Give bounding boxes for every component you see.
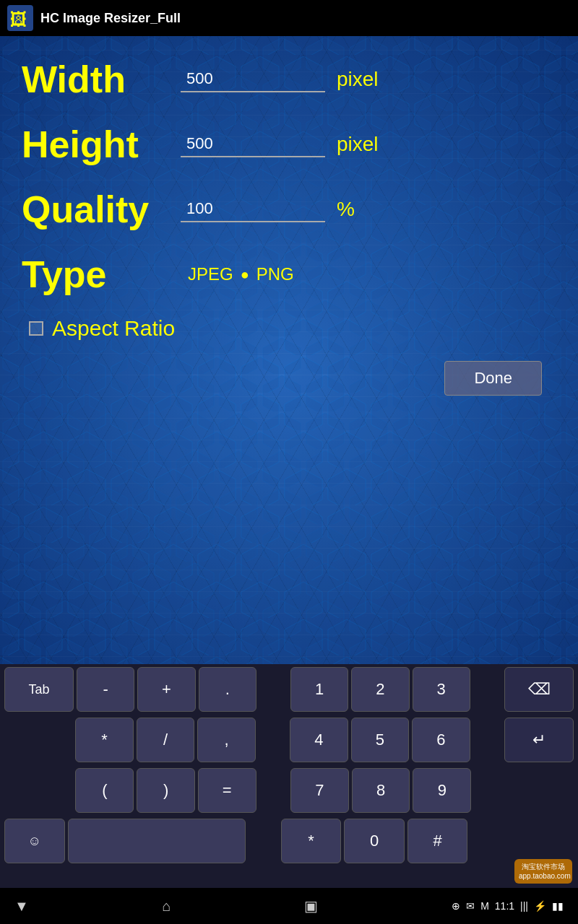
type-separator: ● (241, 266, 249, 283)
key-7[interactable]: 7 (290, 768, 349, 813)
width-label: Width (22, 58, 181, 101)
key-close-paren[interactable]: ) (137, 768, 195, 813)
spacer-4 (503, 819, 574, 863)
height-input[interactable] (181, 131, 325, 157)
key-enter[interactable]: ↵ (504, 718, 574, 762)
keyboard-area: Tab - + . 1 2 3 ⌫ * / , 4 5 6 ↵ ( ) = 7 … (0, 664, 578, 888)
keyboard-row-1: Tab - + . 1 2 3 ⌫ (0, 664, 578, 715)
width-input[interactable] (181, 66, 325, 92)
mail-status-icon: ✉ (466, 900, 475, 912)
height-row: Height pixel (22, 116, 556, 173)
key-backspace[interactable]: ⌫ (504, 667, 574, 712)
gmail-status-icon: M (480, 900, 489, 912)
key-comma[interactable]: , (197, 718, 256, 762)
quality-label: Quality (22, 188, 181, 231)
key-emoji[interactable]: ☺ (4, 819, 65, 863)
aspect-ratio-label: Aspect Ratio (52, 316, 175, 341)
key-9[interactable]: 9 (413, 768, 471, 813)
app-title: HC Image Resizer_Full (40, 11, 181, 26)
key-slash[interactable]: / (137, 718, 195, 762)
key-5[interactable]: 5 (351, 718, 410, 762)
quality-unit: % (337, 198, 355, 221)
type-row: Type JPEG ● PNG (22, 245, 556, 303)
aspect-ratio-row: Aspect Ratio (22, 310, 556, 346)
spacer-3b (506, 768, 574, 813)
key-plus[interactable]: + (137, 667, 195, 712)
type-png-option[interactable]: PNG (256, 264, 294, 284)
key-star[interactable]: * (75, 718, 134, 762)
type-options: JPEG ● PNG (188, 264, 294, 284)
main-content: Width pixel Height pixel Quality % Type (0, 36, 578, 700)
key-dot[interactable]: . (199, 667, 256, 712)
done-row: Done (22, 361, 556, 396)
height-label: Height (22, 123, 181, 166)
nav-home[interactable]: ⌂ (163, 898, 171, 915)
key-equals[interactable]: = (198, 768, 256, 813)
watermark-text: 淘宝软件市场app.taobao.com (519, 863, 571, 880)
quality-input-wrapper: % (181, 196, 556, 222)
width-input-wrapper: pixel (181, 66, 556, 92)
battery-icon: ▮▮ (552, 900, 564, 912)
key-open-paren[interactable]: ( (75, 768, 134, 813)
key-minus[interactable]: - (77, 667, 134, 712)
key-1[interactable]: 1 (290, 667, 348, 712)
width-row: Width pixel (22, 51, 556, 108)
quality-input[interactable] (181, 196, 325, 222)
key-0[interactable]: 0 (344, 819, 405, 863)
key-8[interactable]: 8 (352, 768, 410, 813)
spacer-2 (4, 718, 72, 762)
app-icon: 🖼 (7, 5, 33, 31)
svg-text:🖼: 🖼 (10, 9, 27, 29)
usb-status-icon: ⊕ (452, 900, 460, 912)
signal-icon: ||| (520, 900, 528, 912)
height-unit: pixel (337, 133, 379, 156)
key-space[interactable] (68, 819, 246, 863)
key-4[interactable]: 4 (290, 718, 348, 762)
height-input-wrapper: pixel (181, 131, 556, 157)
keyboard-row-3: ( ) = 7 8 9 (0, 765, 578, 816)
quality-row: Quality % (22, 180, 556, 238)
key-3[interactable]: 3 (413, 667, 470, 712)
width-unit: pixel (337, 68, 379, 91)
keyboard-row-4: ☺ * 0 # (0, 816, 578, 866)
spacer-3 (4, 768, 72, 813)
form-area: Width pixel Height pixel Quality % Type (0, 36, 578, 700)
nav-recents[interactable]: ▣ (304, 897, 318, 915)
watermark: 淘宝软件市场app.taobao.com (514, 859, 572, 884)
key-6[interactable]: 6 (412, 718, 470, 762)
status-icons: ⊕ ✉ M 11:1 ||| ⚡ ▮▮ (452, 900, 564, 912)
bluetooth-icon: ⚡ (534, 900, 546, 912)
key-asterisk[interactable]: * (281, 819, 342, 863)
time-display: 11:1 (495, 900, 514, 912)
nav-back[interactable]: ▼ (14, 898, 29, 915)
key-tab[interactable]: Tab (4, 667, 74, 712)
type-jpeg-option[interactable]: JPEG (188, 264, 233, 284)
done-button[interactable]: Done (444, 361, 542, 396)
nav-bar: ▼ ⌂ ▣ ⊕ ✉ M 11:1 ||| ⚡ ▮▮ (0, 888, 578, 924)
type-label: Type (22, 253, 181, 296)
keyboard-row-2: * / , 4 5 6 ↵ (0, 715, 578, 765)
key-hash[interactable]: # (407, 819, 468, 863)
status-bar: 🖼 HC Image Resizer_Full (0, 0, 578, 36)
key-2[interactable]: 2 (351, 667, 409, 712)
aspect-ratio-checkbox[interactable] (29, 321, 43, 336)
